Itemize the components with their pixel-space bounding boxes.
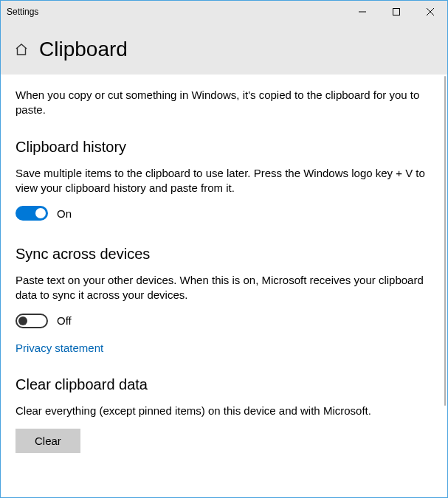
clear-button[interactable]: Clear	[15, 429, 80, 453]
titlebar: Settings	[1, 1, 447, 23]
clear-data-title: Clear clipboard data	[15, 376, 433, 393]
close-button[interactable]	[413, 1, 447, 23]
window-title: Settings	[7, 7, 38, 17]
sync-devices-toggle[interactable]	[15, 314, 48, 328]
minimize-button[interactable]	[345, 1, 379, 23]
clipboard-history-desc: Save multiple items to the clipboard to …	[15, 166, 433, 196]
sync-devices-title: Sync across devices	[15, 246, 433, 263]
clear-data-desc: Clear everything (except pinned items) o…	[15, 404, 433, 418]
svg-rect-1	[393, 9, 400, 15]
privacy-statement-link[interactable]: Privacy statement	[15, 342, 103, 354]
page-header: Clipboard	[1, 23, 447, 75]
scrollbar-thumb[interactable]	[444, 76, 446, 406]
sync-devices-toggle-row: Off	[15, 314, 433, 328]
sync-devices-toggle-label: Off	[57, 314, 72, 327]
content-area: When you copy or cut something in Window…	[1, 75, 447, 497]
page-title: Clipboard	[39, 38, 128, 61]
sync-devices-desc: Paste text on your other devices. When t…	[15, 273, 433, 303]
clipboard-history-toggle-row: On	[15, 206, 433, 221]
home-icon[interactable]	[14, 42, 29, 57]
intro-text: When you copy or cut something in Window…	[15, 88, 433, 118]
maximize-button[interactable]	[379, 1, 413, 23]
clipboard-history-toggle[interactable]	[15, 206, 48, 221]
clipboard-history-title: Clipboard history	[15, 139, 433, 156]
clipboard-history-toggle-label: On	[57, 207, 72, 220]
settings-window: Settings Clipboard When you copy or cut …	[0, 0, 448, 498]
